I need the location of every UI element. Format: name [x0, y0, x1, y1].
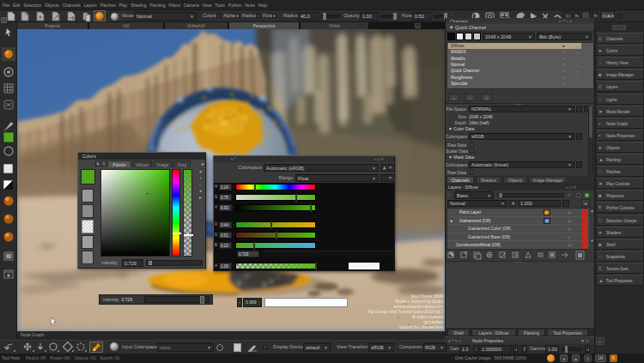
svg-text:Pat George Mari Tutorial Serie: Pat George Mari Tutorial Series 2019 Vol…: [368, 310, 444, 314]
svg-text:all rights reserved: all rights reserved: [412, 315, 444, 319]
svg-text:Model + Textures by Studio: Model + Textures by Studio: [396, 299, 444, 304]
svg-text:Support the channel here: Support the channel here: [398, 325, 443, 330]
svg-text:pg tutorials: pg tutorials: [424, 320, 444, 324]
svg-text:www.texturepaint-demo.com: www.texturepaint-demo.com: [393, 305, 443, 309]
svg-text:Sand Dunes HDRI: Sand Dunes HDRI: [410, 294, 443, 299]
